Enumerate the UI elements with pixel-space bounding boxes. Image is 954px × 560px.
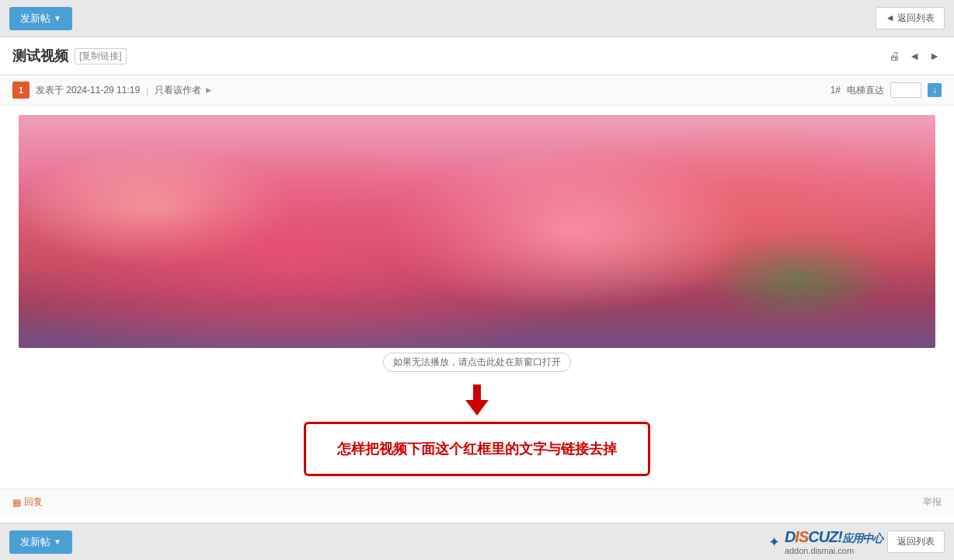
annotation-text: 怎样把视频下面这个红框里的文字与链接去掉	[337, 441, 617, 457]
new-post-label-top: 发新帖	[20, 12, 50, 26]
post-header-actions: 🖨 ◄ ►	[887, 48, 942, 64]
post-meta-left: 1 发表于 2024-11-29 11:19 | 只看该作者 ►	[12, 82, 214, 99]
prev-post-button[interactable]: ◄	[907, 48, 921, 64]
author-avatar: 1	[12, 82, 30, 99]
report-label: 举报	[923, 496, 942, 507]
post-title-row: 测试视频 [复制链接]	[12, 47, 127, 65]
only-author-arrow: ►	[204, 85, 214, 96]
video-wrapper: 如果无法播放，请点击此处在新窗口打开	[19, 115, 935, 372]
post-meta-bar: 1 发表于 2024-11-29 11:19 | 只看该作者 ► 1# 电梯直达…	[0, 75, 954, 106]
back-list-button-bottom[interactable]: 返回列表	[887, 530, 945, 553]
post-meta-right: 1# 电梯直达 ↓	[830, 82, 942, 98]
elevator-label: 电梯直达	[847, 84, 884, 97]
reply-icon: ▦	[12, 497, 21, 508]
post-header: 测试视频 [复制链接] 🖨 ◄ ►	[0, 37, 954, 75]
page-wrapper: 发新帖 ▼ ◄ 返回列表 测试视频 [复制链接] 🖨 ◄ ►	[0, 0, 954, 560]
discuz-brand: DISCUZ!应用中心 addon.dismai.com	[785, 528, 883, 555]
reply-label: 回复	[24, 496, 43, 509]
only-author-btn[interactable]: 只看该作者 ►	[155, 84, 213, 97]
post-date: 发表于 2024-11-29 11:19	[36, 84, 140, 97]
elevator-input[interactable]	[890, 82, 921, 98]
print-icon: 🖨	[889, 50, 900, 62]
new-post-arrow-bottom: ▼	[54, 537, 61, 546]
post-title: 测试视频	[12, 47, 68, 65]
prev-icon: ◄	[909, 50, 920, 62]
discuz-logo: ✦ DISCUZ!应用中心 addon.dismai.com 返回列表	[768, 528, 945, 555]
annotation-section: 怎样把视频下面这个红框里的文字与链接去掉	[0, 381, 954, 489]
new-post-arrow-top: ▼	[54, 14, 61, 23]
video-placeholder[interactable]	[19, 115, 935, 348]
meta-separator: |	[146, 85, 148, 96]
report-button[interactable]: 举报	[923, 496, 942, 509]
next-icon: ►	[929, 50, 940, 62]
new-post-label-bottom: 发新帖	[20, 535, 50, 549]
discuz-bird-icon: ✦	[768, 534, 780, 551]
new-post-button-bottom[interactable]: 发新帖 ▼	[9, 530, 72, 554]
copy-link-btn[interactable]: [复制链接]	[75, 48, 127, 64]
next-post-button[interactable]: ►	[928, 48, 942, 64]
discuz-sub: addon.dismai.com	[785, 546, 883, 555]
video-section: 如果无法播放，请点击此处在新窗口打开	[0, 106, 954, 381]
bottom-toolbar: 发新帖 ▼ ✦ DISCUZ!应用中心 addon.dismai.com 返回列…	[0, 523, 954, 560]
post-actions-bar: ▦ 回复 举报	[0, 489, 954, 515]
back-list-button-top[interactable]: ◄ 返回列表	[876, 7, 945, 30]
elevator-button[interactable]: ↓	[928, 83, 942, 97]
reply-button[interactable]: ▦ 回复	[12, 496, 43, 509]
video-below-link: 如果无法播放，请点击此处在新窗口打开	[19, 353, 935, 372]
post-number: 1#	[830, 85, 841, 96]
top-toolbar: 发新帖 ▼ ◄ 返回列表	[0, 0, 954, 37]
back-list-label-bottom: 返回列表	[897, 535, 935, 548]
fallback-link[interactable]: 如果无法播放，请点击此处在新窗口打开	[383, 353, 571, 372]
red-box-annotation: 怎样把视频下面这个红框里的文字与链接去掉	[304, 422, 650, 476]
discuz-text: DISCUZ!应用中心	[785, 528, 883, 546]
new-post-button-top[interactable]: 发新帖 ▼	[9, 7, 72, 30]
lotus-background	[19, 115, 935, 348]
print-button[interactable]: 🖨	[887, 48, 901, 64]
content-area: 测试视频 [复制链接] 🖨 ◄ ► 1 发表于 202	[0, 37, 954, 523]
back-list-label-top: ◄ 返回列表	[886, 12, 935, 25]
